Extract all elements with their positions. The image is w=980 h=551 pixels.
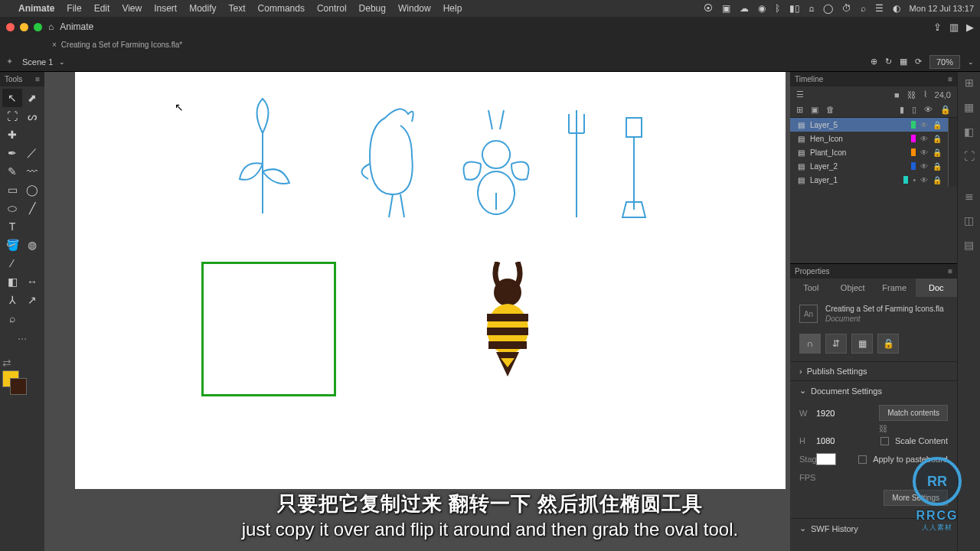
more-settings-button[interactable]: More Settings bbox=[884, 490, 948, 506]
oval-tool[interactable]: ◯ bbox=[22, 181, 42, 199]
parent-icon[interactable]: ⛓ bbox=[907, 90, 916, 99]
layer-row[interactable]: ▤ Layer_5 👁🔒 bbox=[790, 118, 948, 132]
siri-icon[interactable]: ◐ bbox=[893, 3, 900, 14]
layer-label[interactable]: Layer_1 bbox=[810, 176, 899, 184]
lock-icon[interactable]: 🔒 bbox=[933, 162, 942, 171]
wifi-icon[interactable]: ⩍ bbox=[809, 3, 814, 14]
menu-debug[interactable]: Debug bbox=[359, 3, 386, 14]
lock-icon[interactable]: 🔒 bbox=[933, 176, 942, 184]
menu-file[interactable]: File bbox=[67, 3, 81, 14]
cc-icon[interactable]: ☁ bbox=[740, 3, 749, 14]
fit-icon[interactable]: ⟳ bbox=[915, 57, 922, 67]
history-panel-icon[interactable]: ≣ bbox=[965, 190, 974, 202]
screenshare-icon[interactable]: ▣ bbox=[722, 3, 730, 14]
eyedropper-tool[interactable]: ∕ bbox=[2, 254, 22, 272]
stage[interactable]: ↖ bbox=[75, 72, 786, 489]
scene-name[interactable]: Scene 1 ⌄ bbox=[22, 57, 65, 67]
transform-panel-icon[interactable]: ⛶ bbox=[964, 150, 975, 162]
timeline-track[interactable] bbox=[948, 118, 957, 187]
tab-object[interactable]: Object bbox=[832, 279, 874, 297]
layer-row[interactable]: ▤ Layer_2 👁🔒 bbox=[790, 159, 948, 173]
width-value[interactable]: 1920 bbox=[816, 409, 835, 418]
text-tool[interactable]: T bbox=[2, 217, 22, 236]
layer-toggles[interactable]: 👁🔒 bbox=[920, 135, 942, 143]
snap-icon[interactable]: ∩ bbox=[799, 334, 821, 354]
center-stage-icon[interactable]: ⊕ bbox=[871, 57, 877, 67]
hand-tool[interactable]: ↗ bbox=[22, 291, 42, 309]
brush-tool[interactable]: ／ bbox=[22, 144, 42, 162]
menu-commands[interactable]: Commands bbox=[258, 3, 305, 14]
panel-menu-icon[interactable]: ≡ bbox=[35, 75, 40, 83]
tab-doc[interactable]: Doc bbox=[916, 279, 958, 297]
grid-icon[interactable]: ▦ bbox=[851, 334, 873, 354]
sync-icon[interactable]: ◉ bbox=[758, 3, 766, 14]
document-settings-section[interactable]: ⌄ Document Settings bbox=[790, 380, 957, 400]
control-center-icon[interactable]: ☰ bbox=[875, 3, 884, 14]
height-value[interactable]: 1080 bbox=[816, 436, 835, 445]
publish-settings-section[interactable]: › Publish Settings bbox=[790, 361, 957, 380]
paint-bucket-tool[interactable]: 🪣 bbox=[2, 236, 22, 254]
layer-toggles[interactable]: 👁🔒 bbox=[920, 121, 942, 129]
layer-manage-icon[interactable]: ☰ bbox=[796, 90, 804, 99]
app-name[interactable]: Animate bbox=[18, 3, 54, 14]
outline-icon[interactable]: ▯ bbox=[912, 105, 916, 115]
stroke-color-swatch[interactable] bbox=[10, 378, 27, 395]
guides-icon[interactable]: ⇵ bbox=[825, 334, 847, 354]
close-tab-icon[interactable]: × bbox=[52, 41, 57, 49]
lock-icon[interactable]: 🔒 bbox=[933, 148, 942, 157]
zoom-input[interactable]: 70% bbox=[929, 55, 960, 69]
layer-toggles[interactable]: 👁🔒 bbox=[920, 162, 942, 171]
eye-icon[interactable]: 👁 bbox=[920, 148, 928, 157]
new-layer-icon[interactable]: ⊞ bbox=[796, 105, 803, 115]
tab-frame[interactable]: Frame bbox=[874, 279, 916, 297]
menu-text[interactable]: Text bbox=[229, 3, 246, 14]
info-panel-icon[interactable]: ▤ bbox=[964, 239, 974, 251]
close-window[interactable] bbox=[6, 23, 15, 31]
library-panel-icon[interactable]: ▦ bbox=[964, 101, 974, 113]
align-panel-icon[interactable]: ⊞ bbox=[965, 77, 974, 89]
free-transform-tool[interactable]: ⛶ bbox=[2, 107, 22, 126]
layer-row[interactable]: ▤ Layer_1 •👁🔒 bbox=[790, 173, 948, 187]
zoom-tool[interactable]: ⌕ bbox=[2, 309, 22, 328]
lock-icon[interactable]: 🔒 bbox=[933, 135, 942, 143]
apply-pasteboard-checkbox[interactable] bbox=[858, 455, 867, 464]
graph-icon[interactable]: ⌇ bbox=[923, 90, 927, 99]
ink-bottle-tool[interactable]: ◍ bbox=[22, 236, 42, 254]
clock-icon[interactable]: ⏱ bbox=[842, 3, 851, 14]
rotate-stage-icon[interactable]: ↻ bbox=[885, 57, 892, 67]
search-icon[interactable]: ⌕ bbox=[861, 3, 866, 14]
menu-view[interactable]: View bbox=[122, 3, 142, 14]
menu-modify[interactable]: Modify bbox=[189, 3, 216, 14]
swf-history-section[interactable]: ⌄ SWF History bbox=[790, 518, 957, 538]
bone-tool[interactable]: ⅄ bbox=[2, 291, 22, 309]
eye-icon[interactable]: 👁 bbox=[920, 176, 928, 184]
menu-help[interactable]: Help bbox=[443, 3, 462, 14]
minimize-window[interactable] bbox=[20, 23, 28, 31]
layer-toggles[interactable]: •👁🔒 bbox=[913, 176, 942, 184]
volume-icon[interactable]: ◯ bbox=[823, 3, 833, 14]
tab-tool[interactable]: Tool bbox=[790, 279, 832, 297]
selection-tool[interactable]: ↖ bbox=[2, 89, 22, 107]
workspace-icon[interactable]: ▥ bbox=[949, 21, 959, 33]
datetime[interactable]: Mon 12 Jul 13:17 bbox=[910, 4, 974, 13]
more-tools-icon[interactable]: ⋯ bbox=[0, 330, 44, 348]
camera-icon[interactable]: ■ bbox=[894, 90, 900, 99]
eye-icon[interactable]: 👁 bbox=[920, 135, 928, 143]
new-folder-icon[interactable]: ▣ bbox=[811, 105, 818, 115]
layer-color-chip[interactable] bbox=[911, 121, 916, 129]
scene-icon[interactable]: ✦ bbox=[6, 57, 13, 67]
layer-row[interactable]: ▤ Plant_Icon 👁🔒 bbox=[790, 145, 948, 159]
pencil-tool[interactable]: ✎ bbox=[2, 162, 22, 181]
green-rectangle[interactable] bbox=[201, 262, 336, 396]
delete-layer-icon[interactable]: 🗑 bbox=[826, 105, 835, 115]
layer-label[interactable]: Hen_Icon bbox=[810, 135, 906, 143]
chevron-down-icon[interactable]: ⌄ bbox=[59, 58, 65, 66]
highlight-icon[interactable]: ▮ bbox=[900, 105, 904, 115]
pen-tool[interactable]: ✒ bbox=[2, 144, 22, 162]
camera-tool[interactable]: ✚ bbox=[2, 126, 22, 144]
paint-brush-tool[interactable]: 〰 bbox=[22, 162, 42, 181]
eraser-tool[interactable]: ◧ bbox=[2, 272, 22, 291]
stage-color-swatch[interactable] bbox=[816, 453, 836, 465]
lock-all-icon[interactable]: 🔒 bbox=[940, 105, 951, 115]
layer-color-chip[interactable] bbox=[903, 176, 908, 184]
